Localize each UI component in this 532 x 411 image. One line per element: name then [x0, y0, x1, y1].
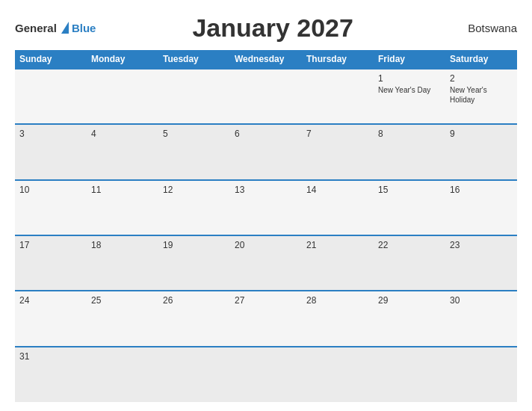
- day-number: 3: [19, 129, 82, 139]
- calendar-cell: [230, 69, 302, 124]
- country-label: Botswana: [450, 22, 517, 34]
- calendar-cell: 19: [158, 235, 230, 291]
- calendar-cell: 17: [15, 235, 87, 291]
- calendar-cell: 23: [445, 235, 517, 291]
- calendar-cell: 21: [302, 235, 374, 291]
- calendar-cell: 6: [230, 124, 302, 179]
- calendar-cell: 26: [158, 291, 230, 346]
- header-tuesday: Tuesday: [158, 50, 230, 69]
- calendar-title: January 2027: [96, 13, 450, 43]
- calendar-week-row: 17181920212223: [15, 235, 517, 291]
- day-number: 27: [235, 295, 297, 306]
- calendar-header: General Blue January 2027 Botswana: [15, 13, 517, 43]
- day-number: 25: [91, 295, 154, 306]
- calendar-cell: 22: [374, 235, 445, 291]
- calendar-page: General Blue January 2027 Botswana Sunda…: [0, 0, 532, 411]
- day-number: 16: [450, 185, 513, 195]
- calendar-cell: [374, 347, 445, 402]
- calendar-cell: [158, 69, 230, 124]
- calendar-cell: [87, 347, 158, 402]
- day-number: 13: [235, 185, 297, 195]
- logo-general-text: General: [15, 22, 57, 34]
- calendar-cell: 31: [15, 347, 87, 402]
- calendar-cell: 28: [302, 291, 374, 346]
- day-number: 21: [306, 240, 369, 250]
- day-number: 12: [163, 185, 226, 195]
- logo: General Blue: [15, 22, 96, 34]
- header-thursday: Thursday: [302, 50, 374, 69]
- calendar-cell: [87, 69, 158, 124]
- day-number: 1: [378, 73, 441, 84]
- day-number: 20: [235, 240, 297, 250]
- calendar-cell: [158, 347, 230, 402]
- calendar-cell: [302, 69, 374, 124]
- event-label: New Year's Day: [378, 85, 441, 95]
- logo-triangle-icon: [61, 22, 69, 34]
- header-monday: Monday: [87, 50, 158, 69]
- calendar-cell: 9: [445, 124, 517, 179]
- weekday-header-row: Sunday Monday Tuesday Wednesday Thursday…: [15, 50, 517, 69]
- day-number: 4: [91, 129, 154, 139]
- calendar-cell: 25: [87, 291, 158, 346]
- header-saturday: Saturday: [445, 50, 517, 69]
- calendar-cell: 16: [445, 180, 517, 235]
- day-number: 24: [19, 295, 82, 306]
- day-number: 26: [163, 295, 226, 306]
- calendar-cell: [230, 347, 302, 402]
- calendar-cell: 4: [87, 124, 158, 179]
- day-number: 7: [306, 129, 369, 139]
- logo-blue-text: Blue: [72, 22, 96, 34]
- calendar-cell: 1New Year's Day: [374, 69, 445, 124]
- day-number: 15: [378, 185, 441, 195]
- day-number: 2: [450, 73, 513, 84]
- day-number: 19: [163, 240, 226, 250]
- calendar-cell: 24: [15, 291, 87, 346]
- day-number: 31: [19, 351, 82, 362]
- calendar-cell: 8: [374, 124, 445, 179]
- calendar-cell: 15: [374, 180, 445, 235]
- calendar-cell: 18: [87, 235, 158, 291]
- header-sunday: Sunday: [15, 50, 87, 69]
- day-number: 17: [19, 240, 82, 250]
- day-number: 29: [378, 295, 441, 306]
- calendar-cell: 27: [230, 291, 302, 346]
- day-number: 9: [450, 129, 513, 139]
- calendar-cell: 12: [158, 180, 230, 235]
- day-number: 11: [91, 185, 154, 195]
- calendar-cell: 2New Year's Holiday: [445, 69, 517, 124]
- day-number: 28: [306, 295, 369, 306]
- day-number: 5: [163, 129, 226, 139]
- day-number: 30: [450, 295, 513, 306]
- calendar-week-row: 24252627282930: [15, 291, 517, 346]
- calendar-cell: [302, 347, 374, 402]
- calendar-cell: 30: [445, 291, 517, 346]
- header-wednesday: Wednesday: [230, 50, 302, 69]
- calendar-cell: [15, 69, 87, 124]
- day-number: 23: [450, 240, 513, 250]
- calendar-week-row: 31: [15, 347, 517, 402]
- calendar-cell: 29: [374, 291, 445, 346]
- event-label: New Year's Holiday: [450, 85, 513, 105]
- calendar-week-row: 1New Year's Day2New Year's Holiday: [15, 69, 517, 124]
- day-number: 22: [378, 240, 441, 250]
- calendar-cell: 11: [87, 180, 158, 235]
- calendar-cell: 13: [230, 180, 302, 235]
- day-number: 6: [235, 129, 297, 139]
- calendar-cell: 7: [302, 124, 374, 179]
- calendar-cell: [445, 347, 517, 402]
- header-friday: Friday: [374, 50, 445, 69]
- calendar-table: Sunday Monday Tuesday Wednesday Thursday…: [15, 50, 517, 402]
- calendar-week-row: 10111213141516: [15, 180, 517, 235]
- day-number: 18: [91, 240, 154, 250]
- calendar-cell: 14: [302, 180, 374, 235]
- day-number: 10: [19, 185, 82, 195]
- calendar-cell: 5: [158, 124, 230, 179]
- calendar-cell: 20: [230, 235, 302, 291]
- day-number: 8: [378, 129, 441, 139]
- calendar-week-row: 3456789: [15, 124, 517, 179]
- calendar-cell: 10: [15, 180, 87, 235]
- calendar-cell: 3: [15, 124, 87, 179]
- day-number: 14: [306, 185, 369, 195]
